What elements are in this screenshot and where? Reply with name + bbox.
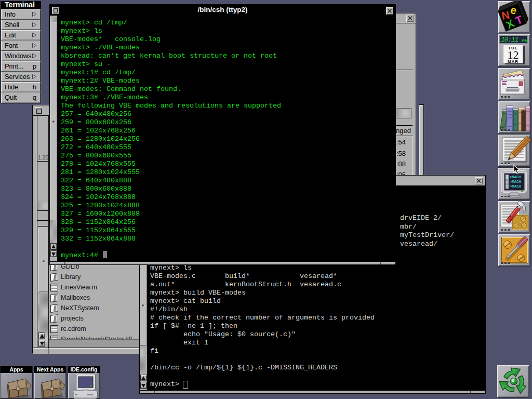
svg-text:>MACH: >MACH (510, 175, 521, 179)
svg-text:>MACH: >MACH (510, 180, 521, 184)
svg-text:>MACH: >MACH (510, 184, 521, 189)
